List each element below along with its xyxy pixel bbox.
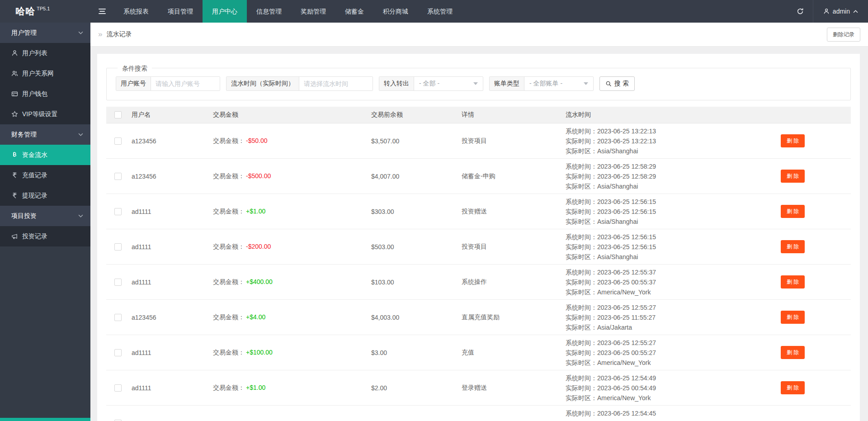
menu-item-projects[interactable]: 项目管理 bbox=[158, 0, 203, 23]
row-checkbox[interactable] bbox=[114, 137, 122, 145]
sidebar-item-user-list[interactable]: 用户列表 bbox=[0, 43, 90, 63]
bill-type-label: 账单类型 bbox=[490, 77, 524, 90]
row-balance: $4,007.00 bbox=[371, 173, 462, 180]
row-username: ad1111 bbox=[132, 349, 213, 356]
row-delete-button[interactable]: 删 除 bbox=[781, 240, 805, 253]
menu-item-user-center[interactable]: 用户中心 bbox=[203, 0, 247, 23]
sidebar-item-withdraw-records[interactable]: 提现记录 bbox=[0, 185, 90, 206]
chevron-down-icon bbox=[78, 31, 83, 34]
table-row: ad1111 交易金额：+$1.00 $2.00 登录赠送 系统时间：2023-… bbox=[106, 370, 851, 406]
chevron-down-icon bbox=[473, 82, 478, 85]
rupee-icon bbox=[11, 192, 18, 199]
row-checkbox[interactable] bbox=[114, 208, 122, 215]
admin-username: admin bbox=[833, 8, 850, 15]
menu-item-points-mall[interactable]: 积分商城 bbox=[373, 0, 418, 23]
user-icon bbox=[823, 8, 830, 14]
row-delete-button[interactable]: 删 除 bbox=[781, 346, 805, 359]
account-input[interactable] bbox=[151, 77, 220, 90]
row-balance: $3,507.00 bbox=[371, 137, 462, 145]
row-checkbox[interactable] bbox=[114, 420, 122, 421]
header-username: 用户名 bbox=[132, 111, 213, 119]
sidebar-item-user-network[interactable]: 用户关系网 bbox=[0, 63, 90, 84]
table-header: 用户名 交易金额 交易前余额 详情 流水时间 bbox=[106, 107, 851, 123]
admin-menu[interactable]: admin bbox=[813, 0, 868, 23]
row-detail: 直属充值奖励 bbox=[462, 313, 566, 322]
main-content: » 流水记录 删除记录 条件搜索 用户账号 流水时间（实际时间） 转入转出 - … bbox=[90, 23, 868, 421]
row-detail: 充值 bbox=[462, 349, 566, 357]
sidebar-item-user-wallet[interactable]: 用户钱包 bbox=[0, 84, 90, 104]
flow-records-table: 用户名 交易金额 交易前余额 详情 流水时间 a123456 交易金额：-$50… bbox=[106, 107, 851, 421]
row-delete-button[interactable]: 删 除 bbox=[781, 205, 805, 218]
row-checkbox[interactable] bbox=[114, 243, 122, 251]
row-delete-button[interactable]: 删 除 bbox=[781, 275, 805, 289]
row-amount: 交易金额：-$500.00 bbox=[213, 172, 371, 180]
sidebar-item-vip-settings[interactable]: VIP等级设置 bbox=[0, 104, 90, 124]
row-times: 系统时间：2023-06-25 13:22:13实际时间：2023-06-25 … bbox=[566, 123, 755, 156]
table-row: ad1111 交易金额：+$400.00 $103.00 系统操作 系统时间：2… bbox=[106, 265, 851, 300]
menu-item-system[interactable]: 系统管理 bbox=[418, 0, 462, 23]
row-checkbox[interactable] bbox=[114, 314, 122, 321]
row-username: ad1111 bbox=[132, 243, 213, 251]
page-title: 流水记录 bbox=[106, 30, 132, 38]
sidebar-bottom-strip bbox=[0, 418, 90, 421]
megaphone-icon bbox=[11, 233, 18, 240]
select-all-checkbox[interactable] bbox=[114, 111, 122, 118]
header-detail: 详情 bbox=[462, 111, 566, 119]
sidebar-item-investment-records[interactable]: 投资记录 bbox=[0, 226, 90, 246]
row-delete-button[interactable]: 删 除 bbox=[781, 134, 805, 147]
menu-item-info[interactable]: 信息管理 bbox=[247, 0, 291, 23]
row-detail: 投资赠送 bbox=[462, 208, 566, 216]
row-amount: 交易金额：+$4.00 bbox=[213, 313, 371, 322]
delete-records-button[interactable]: 删除记录 bbox=[827, 28, 860, 42]
table-row: ad1111 交易金额：-$200.00 $503.00 投资项目 系统时间：2… bbox=[106, 229, 851, 265]
row-checkbox[interactable] bbox=[114, 384, 122, 392]
row-amount: 交易金额：+$100.00 bbox=[213, 349, 371, 357]
sidebar: 用户管理 用户列表 用户关系网 用户钱包 VIP等级设置 财务管理 资金流水 充… bbox=[0, 23, 90, 421]
table-row: a123456 交易金额：-$50.00 $3,507.00 投资项目 系统时间… bbox=[106, 123, 851, 159]
sidebar-group-project-investment[interactable]: 项目投资 bbox=[0, 206, 90, 226]
row-amount: 交易金额：+$1.00 bbox=[213, 384, 371, 392]
row-times: 系统时间：2023-06-25 12:55:37实际时间：2023-06-25 … bbox=[566, 265, 755, 297]
sidebar-group-user-management[interactable]: 用户管理 bbox=[0, 23, 90, 43]
search-button[interactable]: 搜 索 bbox=[599, 76, 635, 91]
refresh-icon[interactable] bbox=[788, 0, 813, 23]
bill-type-select[interactable]: - 全部账单 - bbox=[524, 77, 593, 90]
table-row: ad1111 交易金额：+$1.00 $303.00 投资赠送 系统时间：202… bbox=[106, 194, 851, 229]
row-balance: $503.00 bbox=[371, 243, 462, 251]
sidebar-item-recharge-records[interactable]: 充值记录 bbox=[0, 165, 90, 185]
menu-item-rewards[interactable]: 奖励管理 bbox=[291, 0, 335, 23]
search-icon bbox=[605, 80, 612, 87]
row-username: a123456 bbox=[132, 314, 213, 321]
menu-item-savings[interactable]: 储蓄金 bbox=[335, 0, 373, 23]
star-icon bbox=[11, 111, 18, 118]
table-row: ad1111 交易金额：+$100.00 $3.00 充值 系统时间：2023-… bbox=[106, 335, 851, 370]
time-input[interactable] bbox=[299, 77, 373, 90]
direction-select[interactable]: - 全部 - bbox=[414, 77, 483, 90]
row-checkbox[interactable] bbox=[114, 349, 122, 356]
row-delete-button[interactable]: 删 除 bbox=[781, 170, 805, 183]
row-username: ad1111 bbox=[132, 384, 213, 392]
time-label: 流水时间（实际时间） bbox=[226, 77, 299, 90]
sidebar-item-fund-flow[interactable]: 资金流水 bbox=[0, 145, 90, 165]
row-times: 系统时间：2023-06-25 12:58:29实际时间：2023-06-25 … bbox=[566, 159, 755, 191]
row-amount: 交易金额：+$400.00 bbox=[213, 278, 371, 286]
hamburger-icon[interactable] bbox=[90, 0, 114, 23]
row-balance: $4,003.00 bbox=[371, 314, 462, 321]
row-delete-button[interactable]: 删 除 bbox=[781, 381, 805, 394]
chevron-down-icon bbox=[584, 82, 588, 85]
account-label: 用户账号 bbox=[116, 77, 151, 90]
row-delete-button[interactable]: 删 除 bbox=[781, 311, 805, 324]
breadcrumb: » 流水记录 删除记录 bbox=[90, 23, 868, 47]
wallet-icon bbox=[11, 90, 18, 97]
row-checkbox[interactable] bbox=[114, 279, 122, 286]
table-row: a123456 交易金额：+$4.00 $4,003.00 直属充值奖励 系统时… bbox=[106, 300, 851, 335]
users-icon bbox=[11, 70, 18, 77]
row-username: ad1111 bbox=[132, 208, 213, 215]
row-balance: $2.00 bbox=[371, 384, 462, 392]
row-amount bbox=[213, 420, 371, 421]
menu-item-reports[interactable]: 系统报表 bbox=[114, 0, 158, 23]
row-checkbox[interactable] bbox=[114, 173, 122, 180]
time-field-group: 流水时间（实际时间） bbox=[226, 76, 373, 91]
header-balance: 交易前余额 bbox=[371, 111, 462, 119]
sidebar-group-finance-management[interactable]: 财务管理 bbox=[0, 124, 90, 145]
